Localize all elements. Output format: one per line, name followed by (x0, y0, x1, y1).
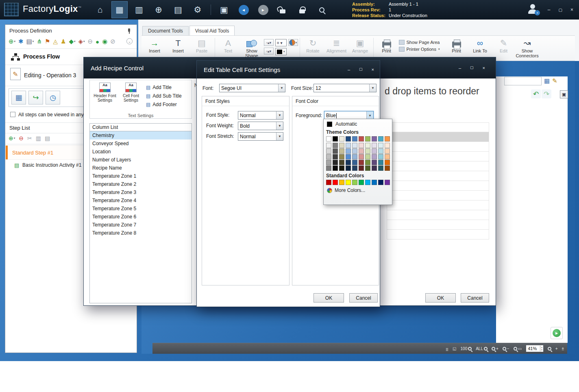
font-style-select[interactable]: Normal ▼ (238, 111, 283, 120)
color-swatch[interactable] (385, 154, 390, 159)
zoom-in-tool-icon[interactable]: + (492, 346, 498, 351)
color-swatch[interactable] (352, 180, 357, 185)
color-swatch[interactable] (333, 143, 338, 148)
minimize-button[interactable]: – (348, 67, 350, 72)
font-size-select[interactable]: 12 ▼ (313, 84, 377, 92)
activity-name[interactable]: Basic Instruction Activity #1 (22, 162, 81, 168)
user-icon[interactable]: ♟ (61, 38, 66, 45)
color-swatch[interactable] (385, 136, 390, 142)
color-swatch[interactable] (339, 136, 344, 142)
zoom-spinner[interactable]: 41%▴▾ (526, 345, 544, 352)
cell-font-settings-button[interactable]: Aa Cell Font Settings (118, 82, 144, 102)
inspect-icon[interactable]: ✱ (18, 38, 24, 45)
add-footer-button[interactable]: ▤Add Footer (146, 100, 182, 109)
lock-icon[interactable] (294, 1, 310, 18)
dropdown-arrow-icon[interactable]: ▼ (276, 122, 283, 130)
dropdown-arrow-icon[interactable]: ▼ (278, 84, 285, 92)
print-icon[interactable]: ▤▾ (26, 38, 34, 45)
reorder-row[interactable] (387, 132, 489, 142)
add-title-button[interactable]: ▤Add Title (146, 83, 182, 91)
column-list-item[interactable]: Location (90, 148, 192, 156)
font-family-select[interactable]: Segoe UI ▼ (219, 84, 285, 92)
more-colors-option[interactable]: More Colors... (324, 186, 392, 195)
color-swatch[interactable] (378, 160, 383, 165)
color-swatch[interactable] (339, 180, 344, 185)
undo-icon[interactable]: ↶ (531, 89, 541, 98)
reorder-row[interactable] (387, 161, 489, 171)
edit-item-icon[interactable]: ◆▾ (69, 38, 75, 45)
disable-icon[interactable]: ⊘ (110, 38, 115, 45)
color-swatch[interactable] (346, 136, 351, 142)
color-swatch[interactable] (365, 180, 370, 185)
column-list-item[interactable]: Temperature Zone 3 (90, 188, 192, 196)
add-icon[interactable]: ⊕▾ (9, 38, 15, 45)
color-swatch[interactable] (326, 148, 331, 154)
show-connectors-button[interactable]: ↝Show Connectors (516, 37, 539, 61)
annotate-icon[interactable]: ✎ (552, 77, 557, 85)
color-swatch[interactable] (385, 180, 390, 185)
color-swatch[interactable] (378, 136, 383, 142)
color-swatch[interactable] (352, 154, 357, 159)
redo-icon[interactable]: ↷ (542, 89, 551, 98)
zoom-spin-arrows[interactable]: ▴▾ (540, 346, 543, 351)
color-swatch[interactable] (346, 160, 351, 165)
printer-options-button[interactable]: Printer Options▾ (399, 47, 444, 52)
save-icon[interactable]: ▣ (216, 1, 232, 18)
color-swatch[interactable] (346, 143, 351, 148)
color-swatch[interactable] (333, 136, 338, 142)
shape-height-stepper[interactable]: ▫▴▾ (264, 48, 274, 54)
color-swatch[interactable] (326, 180, 331, 185)
header-font-settings-button[interactable]: Aa Header Font Settings (92, 82, 118, 102)
flag-icon[interactable]: ⚑ (45, 38, 50, 45)
navigator-icon[interactable]: ⊕ (150, 1, 167, 18)
unlock-icon[interactable] (274, 1, 291, 18)
color-swatch[interactable] (339, 166, 344, 171)
zoom-levels-icon[interactable]: ± (562, 346, 564, 351)
color-swatch[interactable] (359, 143, 364, 148)
dialog-titlebar[interactable]: Edit Table Cell Font Settings – ▢ × (197, 61, 380, 78)
paste-icon[interactable]: ▤ (45, 135, 50, 142)
page-search-field[interactable] (504, 77, 542, 85)
color-swatch[interactable] (346, 166, 351, 171)
color-swatch[interactable] (365, 154, 370, 159)
color-swatch[interactable] (333, 180, 338, 185)
fit-view-icon[interactable]: ◱ (453, 346, 456, 351)
column-list-item[interactable]: Temperature Zone 4 (90, 196, 192, 205)
table-view-icon[interactable]: ▦ (544, 77, 550, 85)
color-swatch[interactable] (352, 143, 357, 148)
color-swatch[interactable] (359, 166, 364, 171)
color-swatch[interactable] (333, 148, 338, 154)
signal-icon[interactable]: ⣶ (446, 346, 448, 351)
color-swatch[interactable] (352, 160, 357, 165)
home-icon[interactable]: ⌂ (92, 1, 108, 18)
color-swatch[interactable] (365, 143, 370, 148)
color-swatch[interactable] (372, 160, 377, 165)
color-swatch[interactable] (372, 180, 377, 185)
color-swatch[interactable] (365, 166, 370, 171)
steps-viewable-checkbox[interactable] (10, 112, 15, 117)
dropdown-arrow-icon[interactable]: ▼ (276, 111, 283, 119)
column-list-item[interactable]: Temperature Zone 5 (90, 205, 192, 213)
add-sub-title-button[interactable]: ▤Add Sub Title (146, 91, 182, 100)
zoom-plus-icon[interactable]: + (555, 346, 558, 351)
column-list-item[interactable]: Conveyor Speed (90, 139, 192, 148)
history-button[interactable]: ◷ (46, 91, 60, 105)
reorder-row[interactable] (387, 171, 489, 181)
automatic-color-option[interactable]: Automatic (324, 119, 392, 128)
remove-step-icon[interactable]: ⊖ (19, 135, 24, 142)
column-list-item[interactable]: Temperature Zone 7 (90, 221, 192, 229)
recipe-cancel-button[interactable]: Cancel (461, 293, 489, 303)
zoom-100-button[interactable]: 100 (461, 346, 472, 351)
color-swatch[interactable] (365, 136, 370, 142)
process-editor-icon[interactable]: ▦ (111, 1, 128, 18)
close-button[interactable]: × (483, 65, 485, 70)
status-icon[interactable]: ◉ (102, 38, 107, 45)
tools-icon[interactable]: ◈▾ (78, 38, 85, 45)
reorder-row[interactable] (387, 210, 489, 220)
color-swatch[interactable] (378, 154, 383, 159)
color-swatch[interactable] (326, 143, 331, 148)
process-flow-label[interactable]: Process Flow (23, 53, 60, 60)
forward-icon[interactable]: ► (255, 1, 271, 18)
color-swatch[interactable] (385, 166, 390, 171)
color-swatch[interactable] (372, 148, 377, 154)
